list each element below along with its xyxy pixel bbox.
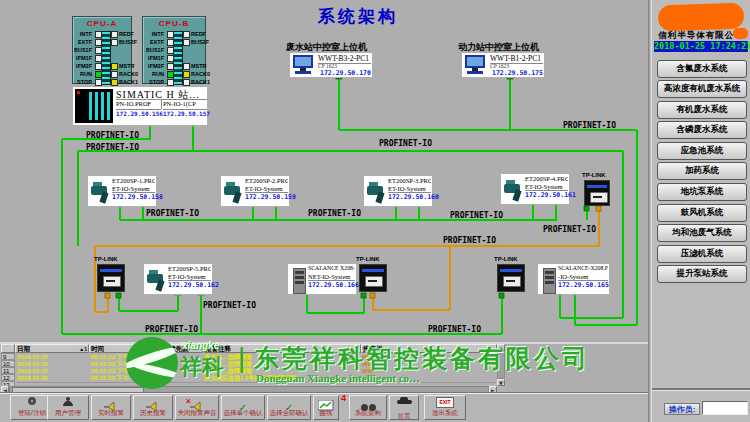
logo-redaction-blob-small — [733, 28, 748, 39]
alarm-row-empty[interactable] — [17, 382, 496, 383]
sidebar-item-blower[interactable]: 鼓风机系统 — [657, 204, 747, 222]
ws2-box[interactable]: WWT-B1-2-PC1 CP 1623 172.29.50.175 — [461, 52, 545, 78]
alarm-row-date[interactable]: 2018-01-25 — [17, 375, 89, 382]
col-header-date[interactable]: 日期 ▲1 — [15, 344, 89, 353]
et200sp-1[interactable]: ET200SP-1.PROFIN ET-IO-System 172.29.50.… — [87, 175, 157, 207]
trend-curve-button[interactable]: 曲线 — [313, 395, 339, 420]
row-number: 12 — [1, 374, 15, 381]
alarm-row-extra[interactable]: WWT… — [362, 354, 496, 361]
alarm-row-extra[interactable]: WWT… — [362, 361, 496, 368]
col-header-num[interactable] — [1, 344, 15, 353]
led — [111, 39, 118, 46]
sidebar-item-filter-press[interactable]: 压滤机系统 — [657, 245, 747, 263]
alarm-row-comment[interactable]: 废水站…故障报警 — [204, 368, 360, 375]
col-header-priority[interactable]: 优先级 — [167, 344, 203, 353]
sidebar-item-pit-pump[interactable]: 地坑泵系统 — [657, 183, 747, 201]
scroll-left-button[interactable]: ◄ — [1, 386, 9, 393]
alarm-mute-icon: ✕ — [176, 397, 218, 408]
logo-redaction-blob — [658, 3, 745, 32]
cpu-b-panel[interactable]: CPU-B INTF EXTF BUS1F IFM1F IFM2F RUN ST… — [142, 16, 206, 84]
operator-input[interactable] — [702, 401, 748, 415]
bus-label: PROFINET-IO — [203, 301, 256, 310]
et200sp-5[interactable]: ET200SP-5.PROFIN ET-IO-System 172.29.50.… — [143, 263, 213, 295]
scroll-up-button[interactable]: ▲ — [497, 344, 505, 351]
tplink-switch-1[interactable] — [584, 180, 610, 206]
device-name: ET200SP-3.PROFIN — [388, 177, 431, 185]
system-architecture-button[interactable]: 系统架构 — [349, 395, 387, 420]
alarm-row-date[interactable]: 2018-01-25 — [17, 368, 89, 375]
home-icon — [390, 400, 418, 411]
alarm-row-priority[interactable]: 3 — [169, 354, 203, 361]
tplink-switch-4[interactable] — [497, 264, 525, 292]
sidebar-item-dosing[interactable]: 加药系统 — [657, 162, 747, 180]
sidebar-bottom-divider — [652, 388, 750, 390]
led-label: RACK0 — [119, 71, 138, 77]
scalance-x208-2[interactable]: SCALANCE-X208.PROFINET -IO-System 172.29… — [537, 263, 610, 295]
exit-system-button[interactable]: EXIT 退出系统 — [424, 395, 466, 420]
user-management-button[interactable]: 用户管理 — [47, 395, 89, 420]
vertical-scrollbar-track[interactable] — [497, 351, 505, 379]
sidebar-item-lift-pump-station[interactable]: 提升泵站系统 — [657, 265, 747, 283]
station-if1-name: PN-IO.PROF — [116, 100, 162, 109]
mute-alarm-button[interactable]: ✕ 关闭报警声音 — [175, 395, 219, 420]
tplink-switch-2[interactable] — [97, 264, 125, 292]
led — [167, 71, 174, 78]
simatic-h-station[interactable]: SIMATIC H 站... PN-IO.PROF PN-IO-1(CP 172… — [72, 86, 208, 126]
tplink-switch-3[interactable] — [359, 264, 387, 292]
tplink-stripe — [500, 269, 522, 272]
ack-all-button[interactable]: ✓ 选择全部确认 — [267, 395, 311, 420]
alarm-row-time[interactable]: 05:21:22 下午 — [91, 354, 167, 361]
alarm-row-time[interactable]: 05:21:22 下午 — [91, 375, 167, 382]
sidebar-item-fluoride-wastewater[interactable]: 含氟废水系统 — [657, 60, 747, 78]
alarm-row-priority[interactable]: 3 — [169, 361, 203, 368]
realtime-alarm-button[interactable]: 实时报警 — [91, 395, 131, 420]
horizontal-scrollbar-track[interactable] — [9, 386, 489, 393]
led-label: REDF — [119, 31, 134, 37]
col-header-time[interactable]: 时间 ▲2 — [89, 344, 167, 353]
col-header-comment[interactable]: 报警注释 — [203, 344, 361, 353]
home-button[interactable]: 首页 — [389, 395, 419, 420]
alarm-row-time[interactable]: 05:21:22 下午 — [91, 361, 167, 368]
alarm-row-comment[interactable]: 废水站…故障报警 — [204, 354, 360, 361]
alarm-row-comment[interactable]: 废水站…故障报警 — [204, 361, 360, 368]
row-number: 10 — [1, 360, 15, 367]
cpu-a-panel[interactable]: CPU-A INTF EXTF BUS1F IFM1F IFM2F RUN ST… — [72, 16, 132, 84]
et200sp-3[interactable]: ET200SP-3.PROFIN ET-IO-System 172.29.50.… — [363, 175, 433, 207]
alarm-row-comment[interactable]: 废水站应急池1,2号提升泵故障报警 — [204, 375, 360, 382]
et200sp-4[interactable]: ET200SP-4.PROFIN ET-IO-System 172.29.50.… — [500, 173, 570, 205]
ws1-box[interactable]: WWT-B3-2-PC1 CP 1623 172.29.50.170 — [289, 52, 373, 78]
sidebar-item-equalization-gas[interactable]: 均和池废气系统 — [657, 224, 747, 242]
sidebar-item-organic-wastewater[interactable]: 有机废水系统 — [657, 101, 747, 119]
col-header-extra[interactable]: 报警栏 — [361, 344, 497, 353]
alarm-row-time[interactable]: 05:21:22 下午 — [91, 368, 167, 375]
tplink-slot — [506, 280, 515, 282]
alarm-row-date[interactable]: 2018-01-25 — [17, 361, 89, 368]
led — [95, 71, 102, 78]
ack-single-button[interactable]: ✓ 选择单个确认 — [221, 395, 265, 420]
cpu-module-graphic — [101, 31, 111, 85]
tplink-stripe — [587, 185, 607, 188]
alarm-row-date[interactable]: 2018-01-25 — [17, 354, 89, 361]
sidebar-item-emergency-pool[interactable]: 应急池系统 — [657, 142, 747, 160]
device-ip: 172.29.50.159 — [245, 192, 288, 201]
et200sp-2[interactable]: ET200SP-2.PROFIN ET-IO-System 172.29.50.… — [220, 175, 290, 207]
scalance-x208-1[interactable]: SCALANCE X208-1.PROFI NET-IO-System 172.… — [287, 263, 357, 295]
led — [183, 39, 190, 46]
scroll-down-button[interactable]: ▼ — [497, 379, 505, 386]
led-label: INTF — [152, 31, 164, 37]
sort-asc-1-icon: ▲1 — [79, 345, 87, 353]
sidebar-item-phosphorus-wastewater[interactable]: 含磷废水系统 — [657, 121, 747, 139]
alarm-row-priority[interactable]: 3 — [169, 375, 203, 382]
sidebar-item-high-conc-organic[interactable]: 高浓度有机废水系统 — [657, 80, 747, 98]
scroll-right-button[interactable]: ► — [489, 386, 497, 393]
bus-label: PROFINET-IO — [450, 211, 503, 220]
hmi-screen: 系统架构 — [0, 0, 750, 422]
alarm-row-priority[interactable]: 3 — [169, 368, 203, 375]
device-name2: ET-IO-System — [168, 273, 211, 281]
device-name2: ET-IO-System — [388, 185, 431, 193]
led — [111, 63, 118, 70]
history-alarm-button[interactable]: 历史报警 — [133, 395, 173, 420]
et-device-icon — [367, 181, 385, 203]
alarm-row-extra[interactable]: WWT… — [362, 368, 496, 375]
led-label: IFM1F — [76, 55, 92, 61]
